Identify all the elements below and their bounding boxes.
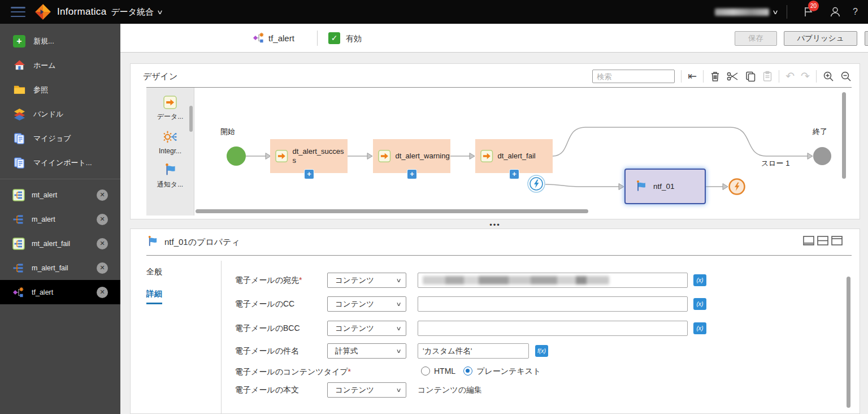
radio-plain-text[interactable] bbox=[463, 366, 472, 376]
panel-splitter[interactable]: ••• bbox=[130, 219, 860, 228]
edit-content-link[interactable]: コンテンツの編集 bbox=[418, 385, 482, 395]
throw-node[interactable] bbox=[728, 178, 746, 196]
sidebar-item-home[interactable]: ホーム bbox=[0, 53, 120, 77]
hamburger-menu-icon[interactable] bbox=[11, 7, 25, 17]
field-picker-icon[interactable]: (x) bbox=[693, 322, 706, 334]
end-node[interactable] bbox=[813, 147, 831, 165]
canvas-vscrollbar-thumb[interactable] bbox=[842, 92, 846, 179]
email-to-method-select[interactable]: コンテンツ∨ bbox=[327, 273, 406, 288]
undo-icon[interactable]: ↶ bbox=[785, 71, 795, 82]
design-panel-title: デザイン bbox=[143, 71, 177, 82]
notification-task-icon bbox=[635, 180, 648, 193]
taskflow-icon bbox=[12, 286, 25, 299]
cut-scissors-icon[interactable] bbox=[727, 71, 739, 82]
canvas-hscrollbar-thumb[interactable] bbox=[196, 209, 588, 213]
field-picker-icon[interactable]: (x) bbox=[693, 274, 706, 286]
collapse-left-icon[interactable]: ⇤ bbox=[688, 71, 697, 82]
error-handler-node[interactable] bbox=[527, 175, 545, 193]
add-step-button[interactable]: + bbox=[407, 169, 417, 179]
palette-item-integration-task[interactable]: Integr... bbox=[146, 130, 194, 155]
add-step-button[interactable]: + bbox=[509, 169, 519, 179]
save-button[interactable]: 保存 bbox=[735, 31, 777, 46]
sidebar-item-explore[interactable]: 参照 bbox=[0, 77, 120, 102]
help-icon[interactable]: ? bbox=[853, 7, 858, 17]
sidebar-item-label: マイジョブ bbox=[33, 133, 71, 144]
zoom-in-icon[interactable] bbox=[823, 71, 834, 82]
paste-icon[interactable] bbox=[762, 71, 772, 82]
email-bcc-input[interactable] bbox=[418, 321, 688, 336]
toolbar-divider bbox=[703, 70, 704, 83]
task-node-label: dt_alert_success bbox=[293, 147, 348, 166]
field-picker-icon[interactable]: (x) bbox=[693, 298, 706, 310]
layout-split-icon[interactable] bbox=[817, 236, 828, 245]
notifications-flag-icon[interactable]: 20 bbox=[803, 6, 815, 18]
palette-item-label: Integr... bbox=[159, 147, 181, 155]
asset-tab-m_alert[interactable]: m_alert ✕ bbox=[0, 207, 120, 231]
add-step-button[interactable]: + bbox=[304, 169, 314, 179]
email-cc-method-select[interactable]: コンテンツ∨ bbox=[327, 296, 406, 312]
publish-button[interactable]: パブリッシュ bbox=[784, 31, 857, 46]
new-plus-icon: + bbox=[12, 34, 26, 48]
email-subject-input[interactable]: 'カスタム件名' bbox=[418, 343, 529, 359]
mapping-task-icon bbox=[12, 238, 25, 250]
data-task-node-1[interactable]: dt_alert_success bbox=[270, 139, 348, 173]
copy-icon[interactable] bbox=[745, 71, 756, 82]
enabled-checkbox[interactable]: ✓ bbox=[328, 32, 340, 44]
start-node[interactable] bbox=[227, 146, 246, 166]
tab-details[interactable]: 詳細 bbox=[146, 289, 162, 304]
close-tab-icon[interactable]: ✕ bbox=[97, 238, 108, 249]
sidebar-item-my-jobs[interactable]: マイジョブ bbox=[0, 126, 120, 150]
email-cc-input[interactable] bbox=[418, 296, 688, 312]
end-node-label: 終了 bbox=[813, 127, 827, 137]
tab-general[interactable]: 全般 bbox=[146, 267, 162, 277]
email-body-method-select[interactable]: コンテンツ∨ bbox=[327, 382, 406, 398]
chevron-down-icon: ∨ bbox=[396, 273, 401, 287]
asset-tab-label: m_alert bbox=[32, 215, 55, 223]
close-tab-icon[interactable]: ✕ bbox=[97, 287, 108, 298]
design-panel: デザイン ⇤ ↶ ↷ bbox=[130, 63, 860, 219]
properties-vscrollbar-thumb[interactable] bbox=[847, 277, 850, 408]
notification-task-node[interactable]: ntf_01 bbox=[624, 169, 706, 204]
palette-item-data-task[interactable]: データ... bbox=[146, 96, 194, 122]
close-tab-icon[interactable]: ✕ bbox=[97, 262, 108, 274]
close-tab-icon[interactable]: ✕ bbox=[97, 214, 108, 225]
user-name-redacted[interactable] bbox=[715, 8, 769, 16]
layout-restore-icon[interactable] bbox=[803, 236, 814, 245]
user-profile-icon[interactable] bbox=[829, 6, 841, 18]
asset-tab-tf_alert[interactable]: tf_alert ✕ bbox=[0, 280, 120, 304]
asset-tab-mt_alert[interactable]: mt_alert ✕ bbox=[0, 183, 120, 207]
sidebar-item-label: バンドル bbox=[33, 109, 63, 119]
home-icon bbox=[12, 59, 26, 72]
data-task-node-3[interactable]: dt_alert_fail bbox=[475, 139, 553, 173]
sidebar-item-my-imports[interactable]: マイインポート... bbox=[0, 150, 120, 175]
editor-header: tf_alert ✓ 有効 保存 パブリッシュ 実行 ✕ bbox=[120, 24, 868, 53]
chevron-down-icon: ∨ bbox=[396, 344, 401, 358]
splitter-handle-icon[interactable]: ••• bbox=[489, 221, 501, 229]
service-switcher-chevron-icon[interactable]: ∨ bbox=[157, 8, 163, 16]
data-task-node-2[interactable]: dt_alert_warning bbox=[373, 139, 450, 173]
sidebar-item-bundles[interactable]: バンドル bbox=[0, 102, 120, 126]
email-subject-method-select[interactable]: 計算式∨ bbox=[327, 343, 406, 359]
zoom-out-icon[interactable] bbox=[840, 71, 852, 82]
radio-html[interactable] bbox=[421, 366, 430, 376]
redo-icon[interactable]: ↷ bbox=[801, 71, 810, 82]
notification-task-icon bbox=[146, 235, 159, 248]
expression-editor-icon[interactable]: f(x) bbox=[535, 345, 548, 357]
close-tab-icon[interactable]: ✕ bbox=[97, 189, 108, 201]
taskflow-canvas[interactable]: 開始 dt_alert_success + dt_alert_warning +… bbox=[194, 88, 859, 218]
palette-scrollbar-thumb[interactable] bbox=[189, 106, 193, 132]
layout-maximize-icon[interactable] bbox=[831, 236, 843, 245]
sidebar-item-new[interactable]: + 新規... bbox=[0, 29, 120, 53]
user-menu-chevron-icon[interactable]: ∨ bbox=[772, 8, 779, 16]
properties-title: ntf_01のプロパティ bbox=[164, 237, 240, 248]
delete-trash-icon[interactable] bbox=[710, 71, 721, 82]
data-task-icon bbox=[378, 149, 391, 163]
run-button[interactable]: 実行 bbox=[865, 31, 868, 46]
email-to-input[interactable] bbox=[418, 273, 688, 288]
asset-tab-m_alert_fail[interactable]: m_alert_fail ✕ bbox=[0, 256, 120, 280]
email-bcc-method-select[interactable]: コンテンツ∨ bbox=[327, 321, 406, 336]
asset-tab-mt_alert_fail[interactable]: mt_alert_fail ✕ bbox=[0, 231, 120, 256]
palette-item-notification-task[interactable]: 通知タ... bbox=[146, 163, 194, 189]
canvas-search-input[interactable] bbox=[592, 70, 675, 83]
field-label: 電子メールの宛先* bbox=[235, 275, 302, 286]
